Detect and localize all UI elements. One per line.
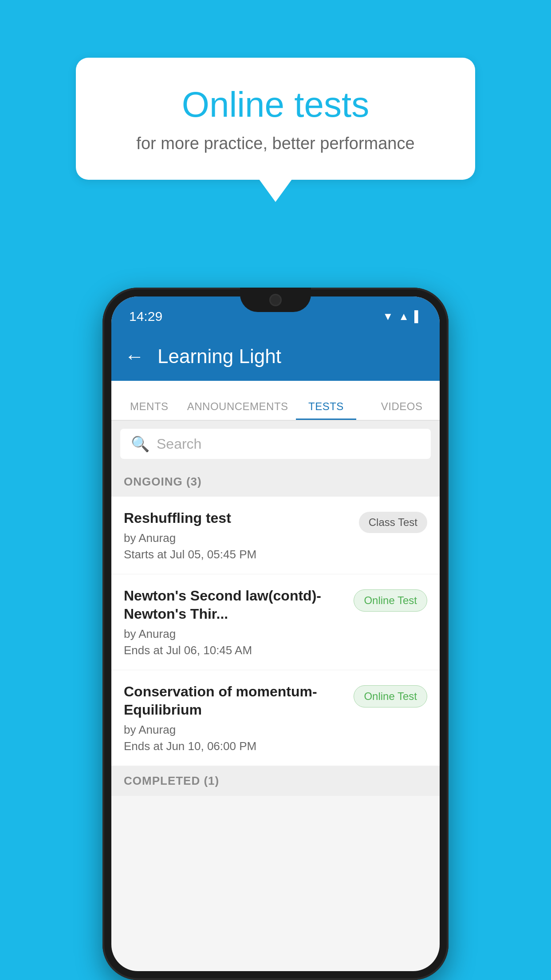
back-button[interactable]: ← bbox=[125, 345, 144, 368]
bubble-subtitle: for more practice, better performance bbox=[107, 134, 444, 153]
phone-container: 14:29 ▼ ▲ ▌ ← Learning Light MENTS ANNOU… bbox=[102, 288, 449, 980]
tab-videos[interactable]: VIDEOS bbox=[364, 400, 440, 420]
status-icons: ▼ ▲ ▌ bbox=[382, 310, 422, 323]
speech-bubble: Online tests for more practice, better p… bbox=[76, 58, 475, 180]
completed-section-header: COMPLETED (1) bbox=[111, 766, 440, 796]
tab-assignments[interactable]: MENTS bbox=[111, 400, 187, 420]
test-badge-1: Class Test bbox=[359, 512, 427, 533]
test-title-3: Conservation of momentum-Equilibrium bbox=[124, 683, 346, 719]
test-author-1: by Anurag bbox=[124, 531, 352, 545]
tab-tests[interactable]: TESTS bbox=[288, 400, 364, 420]
tabs-container: MENTS ANNOUNCEMENTS TESTS VIDEOS bbox=[111, 381, 440, 421]
test-date-1: Starts at Jul 05, 05:45 PM bbox=[124, 548, 352, 561]
search-icon: 🔍 bbox=[131, 435, 150, 453]
test-title-1: Reshuffling test bbox=[124, 509, 352, 528]
wifi-icon: ▼ bbox=[382, 310, 393, 323]
test-item-1[interactable]: Reshuffling test by Anurag Starts at Jul… bbox=[111, 497, 440, 574]
test-author-3: by Anurag bbox=[124, 723, 346, 737]
app-bar: ← Learning Light bbox=[111, 332, 440, 381]
signal-icon: ▲ bbox=[398, 310, 409, 323]
ongoing-section-header: ONGOING (3) bbox=[111, 467, 440, 497]
test-info-2: Newton's Second law(contd)-Newton's Thir… bbox=[124, 587, 346, 657]
test-date-3: Ends at Jun 10, 06:00 PM bbox=[124, 739, 346, 753]
battery-icon: ▌ bbox=[414, 310, 422, 323]
tab-announcements[interactable]: ANNOUNCEMENTS bbox=[187, 400, 288, 420]
search-input-wrapper[interactable]: 🔍 Search bbox=[120, 429, 431, 459]
status-time: 14:29 bbox=[129, 309, 162, 324]
test-date-2: Ends at Jul 06, 10:45 AM bbox=[124, 644, 346, 657]
search-container: 🔍 Search bbox=[111, 421, 440, 467]
bubble-title: Online tests bbox=[107, 84, 444, 125]
search-input[interactable]: Search bbox=[157, 436, 201, 452]
app-bar-title: Learning Light bbox=[157, 345, 281, 368]
test-badge-2: Online Test bbox=[354, 589, 427, 612]
test-title-2: Newton's Second law(contd)-Newton's Thir… bbox=[124, 587, 346, 624]
test-author-2: by Anurag bbox=[124, 627, 346, 641]
camera-dot bbox=[269, 294, 282, 306]
speech-bubble-container: Online tests for more practice, better p… bbox=[76, 58, 475, 180]
test-info-3: Conservation of momentum-Equilibrium by … bbox=[124, 683, 346, 753]
phone-notch bbox=[240, 288, 311, 312]
tests-list: Reshuffling test by Anurag Starts at Jul… bbox=[111, 497, 440, 796]
phone-frame: 14:29 ▼ ▲ ▌ ← Learning Light MENTS ANNOU… bbox=[102, 288, 449, 980]
test-item-3[interactable]: Conservation of momentum-Equilibrium by … bbox=[111, 670, 440, 766]
test-info-1: Reshuffling test by Anurag Starts at Jul… bbox=[124, 509, 352, 561]
test-item-2[interactable]: Newton's Second law(contd)-Newton's Thir… bbox=[111, 574, 440, 670]
phone-screen: 14:29 ▼ ▲ ▌ ← Learning Light MENTS ANNOU… bbox=[111, 296, 440, 971]
test-badge-3: Online Test bbox=[354, 685, 427, 707]
